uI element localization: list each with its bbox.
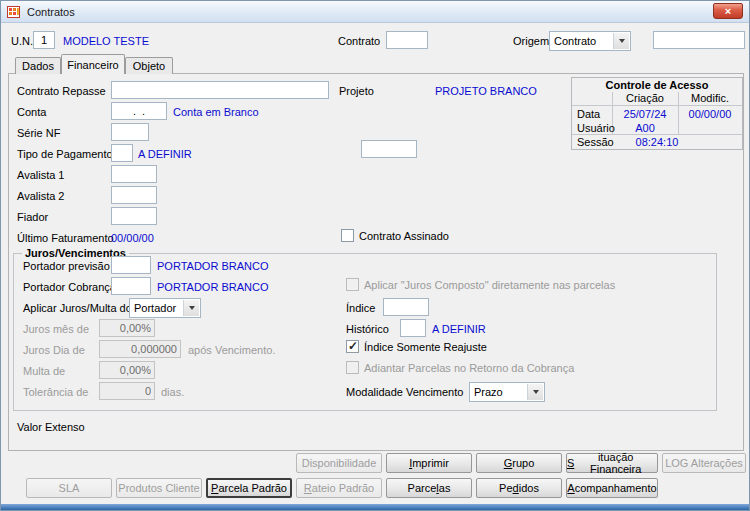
controle-de-acesso-panel: Controle de Acesso Criação Modific. Data… bbox=[571, 77, 743, 150]
serie-nf-input[interactable] bbox=[111, 123, 149, 141]
juros-mes-input bbox=[99, 319, 155, 337]
conta-label: Conta bbox=[17, 106, 46, 119]
tolerancia-label: Tolerância de bbox=[23, 386, 88, 399]
adiantar-parcelas-checkbox: Adiantar Parcelas no Retorno da Cobrança bbox=[346, 361, 574, 374]
log-alteracoes-button[interactable]: LOG Alterações bbox=[662, 453, 746, 473]
modalidade-vencimento-label: Modalidade Vencimento bbox=[346, 386, 463, 399]
close-button[interactable]: × bbox=[713, 3, 743, 19]
projeto-label: Projeto bbox=[339, 85, 374, 98]
juros-dia-suffix: após Vencimento. bbox=[188, 344, 275, 357]
portador-previsao-label: Portador previsão bbox=[23, 260, 110, 273]
window-title: Contratos bbox=[27, 6, 75, 18]
check-icon: ✓ bbox=[348, 339, 358, 353]
grupo-button[interactable]: Grupo bbox=[476, 453, 562, 473]
valor-extenso-label: Valor Extenso bbox=[17, 421, 85, 434]
indice-label: Índice bbox=[346, 302, 375, 315]
origem-code-input[interactable] bbox=[653, 31, 745, 49]
indice-somente-reajuste-checkbox[interactable]: ✓ Índice Somente Reajuste bbox=[346, 340, 487, 353]
pedidos-button[interactable]: Pedidos bbox=[476, 478, 562, 498]
chevron-down-icon bbox=[613, 33, 629, 49]
avalista2-label: Avalista 2 bbox=[17, 190, 65, 203]
produtos-cliente-button[interactable]: Produtos Cliente bbox=[116, 478, 202, 498]
sessao-value: 08:24:10 bbox=[572, 136, 742, 149]
controle-acesso-title: Controle de Acesso bbox=[572, 79, 742, 92]
tolerancia-input bbox=[99, 382, 155, 400]
portador-cobranca-description: PORTADOR BRANCO bbox=[157, 281, 268, 294]
tipo-pagamento-label: Tipo de Pagamento bbox=[17, 148, 113, 161]
window-titlebar: Contratos × bbox=[1, 1, 749, 23]
avalista1-input[interactable] bbox=[111, 165, 157, 183]
aplicar-juros-multa-select[interactable]: Portador bbox=[129, 298, 201, 318]
window-bottom-border bbox=[1, 504, 749, 510]
tipo-pagamento-description: A DEFINIR bbox=[138, 148, 192, 161]
data-modific-value: 00/00/00 bbox=[678, 108, 742, 121]
fiador-label: Fiador bbox=[17, 211, 48, 224]
adiantar-parcelas-label: Adiantar Parcelas no Retorno da Cobrança bbox=[364, 362, 574, 374]
serie-nf-label: Série NF bbox=[17, 127, 60, 140]
checkbox-box bbox=[346, 361, 359, 374]
historico-description: A DEFINIR bbox=[432, 323, 486, 336]
indice-input[interactable] bbox=[383, 298, 429, 316]
modalidade-vencimento-select[interactable]: Prazo bbox=[469, 382, 545, 402]
portador-cobranca-label: Portador Cobrança bbox=[23, 281, 116, 294]
col-criacao-header: Criação bbox=[612, 92, 678, 105]
historico-input[interactable] bbox=[400, 319, 426, 337]
rateio-padrao-button[interactable]: Rateio Padrão bbox=[296, 478, 382, 498]
multa-label: Multa de bbox=[23, 365, 65, 378]
conta-input[interactable] bbox=[111, 102, 167, 120]
situacao-financeira-button[interactable]: Situação Financeira bbox=[566, 453, 658, 473]
parcelas-button[interactable]: Parcelas bbox=[386, 478, 472, 498]
acompanhamento-button[interactable]: Acompanhamento bbox=[566, 478, 658, 498]
divider bbox=[572, 105, 742, 106]
app-icon bbox=[7, 5, 21, 19]
contratos-window: Contratos × U.N. MODELO TESTE Contrato O… bbox=[0, 0, 750, 511]
juros-dia-input bbox=[99, 340, 181, 358]
chevron-down-icon bbox=[527, 384, 543, 400]
parcela-padrao-button[interactable]: Parcela Padrão bbox=[206, 478, 292, 498]
projeto-value: PROJETO BRANCO bbox=[435, 85, 537, 98]
close-icon: × bbox=[725, 5, 731, 18]
avalista2-input[interactable] bbox=[111, 186, 157, 204]
tipo-pagamento-input[interactable] bbox=[111, 144, 133, 162]
contrato-repasse-label: Contrato Repasse bbox=[17, 85, 106, 98]
juros-composto-checkbox: Aplicar "Juros Composto" diretamente nas… bbox=[346, 278, 615, 291]
historico-label: Histórico bbox=[346, 323, 389, 336]
sla-button[interactable]: SLA bbox=[26, 478, 112, 498]
contrato-label: Contrato bbox=[338, 35, 380, 48]
un-description: MODELO TESTE bbox=[63, 35, 149, 48]
aplicar-juros-multa-label: Aplicar Juros/Multa do bbox=[23, 302, 132, 315]
multa-input bbox=[99, 361, 155, 379]
ultimo-faturamento-value: 00/00/00 bbox=[111, 232, 154, 245]
portador-previsao-description: PORTADOR BRANCO bbox=[157, 260, 268, 273]
indice-somente-reajuste-label: Índice Somente Reajuste bbox=[364, 341, 487, 353]
contrato-assinado-checkbox[interactable]: Contrato Assinado bbox=[341, 229, 449, 242]
origem-selected-value: Contrato bbox=[554, 35, 596, 47]
aplicar-juros-multa-value: Portador bbox=[134, 302, 176, 314]
contrato-input[interactable] bbox=[386, 31, 428, 49]
modalidade-vencimento-value: Prazo bbox=[474, 386, 503, 398]
conta-description: Conta em Branco bbox=[173, 106, 259, 119]
divider bbox=[572, 134, 742, 135]
portador-cobranca-input[interactable] bbox=[111, 277, 151, 295]
data-criacao-value: 25/07/24 bbox=[612, 108, 678, 121]
tab-dados[interactable]: Dados bbox=[15, 57, 61, 74]
tab-objeto[interactable]: Objeto bbox=[125, 57, 173, 74]
unlabeled-input[interactable] bbox=[361, 140, 417, 158]
col-modific-header: Modific. bbox=[678, 92, 742, 105]
contrato-assinado-label: Contrato Assinado bbox=[359, 230, 449, 242]
juros-composto-label: Aplicar "Juros Composto" diretamente nas… bbox=[364, 279, 615, 291]
disponibilidade-button[interactable]: Disponibilidade bbox=[296, 453, 382, 473]
juros-dia-label: Juros Dia de bbox=[23, 344, 85, 357]
origem-select[interactable]: Contrato bbox=[549, 31, 631, 51]
origem-label: Origem bbox=[513, 35, 549, 48]
un-input[interactable] bbox=[33, 31, 55, 49]
fiador-input[interactable] bbox=[111, 207, 157, 225]
checkbox-box bbox=[346, 278, 359, 291]
checkbox-box: ✓ bbox=[346, 340, 359, 353]
imprimir-button[interactable]: Imprimir bbox=[386, 453, 472, 473]
un-label: U.N. bbox=[11, 35, 33, 48]
portador-previsao-input[interactable] bbox=[111, 256, 151, 274]
contrato-repasse-input[interactable] bbox=[111, 81, 329, 99]
tab-financeiro[interactable]: Financeiro bbox=[61, 54, 125, 74]
checkbox-box bbox=[341, 229, 354, 242]
